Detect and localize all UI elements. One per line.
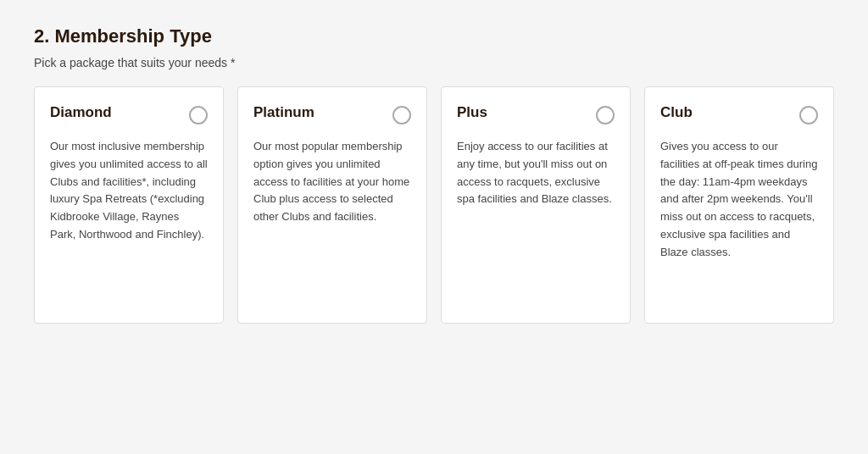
radio-club[interactable]	[799, 106, 818, 125]
section-title: 2. Membership Type	[34, 25, 834, 47]
card-plus[interactable]: PlusEnjoy access to our facilities at an…	[441, 86, 631, 324]
radio-diamond[interactable]	[189, 106, 208, 125]
card-platinum[interactable]: PlatinumOur most popular membership opti…	[237, 86, 427, 324]
card-title-club: Club	[660, 104, 693, 121]
card-description-platinum: Our most popular membership option gives…	[253, 138, 411, 226]
card-title-platinum: Platinum	[253, 104, 314, 121]
page-container: 2. Membership Type Pick a package that s…	[0, 0, 868, 454]
card-header-club: Club	[660, 104, 818, 125]
card-description-club: Gives you access to our facilities at of…	[660, 138, 818, 262]
card-title-diamond: Diamond	[50, 104, 112, 121]
radio-plus[interactable]	[596, 106, 615, 125]
card-description-diamond: Our most inclusive membership gives you …	[50, 138, 208, 244]
card-club[interactable]: ClubGives you access to our facilities a…	[644, 86, 834, 324]
card-title-plus: Plus	[457, 104, 487, 121]
cards-container: DiamondOur most inclusive membership giv…	[34, 86, 834, 324]
card-description-plus: Enjoy access to our facilities at any ti…	[457, 138, 615, 208]
card-header-plus: Plus	[457, 104, 615, 125]
radio-platinum[interactable]	[392, 106, 411, 125]
card-header-platinum: Platinum	[253, 104, 411, 125]
card-header-diamond: Diamond	[50, 104, 208, 125]
section-subtitle: Pick a package that suits your needs *	[34, 56, 834, 69]
card-diamond[interactable]: DiamondOur most inclusive membership giv…	[34, 86, 224, 324]
